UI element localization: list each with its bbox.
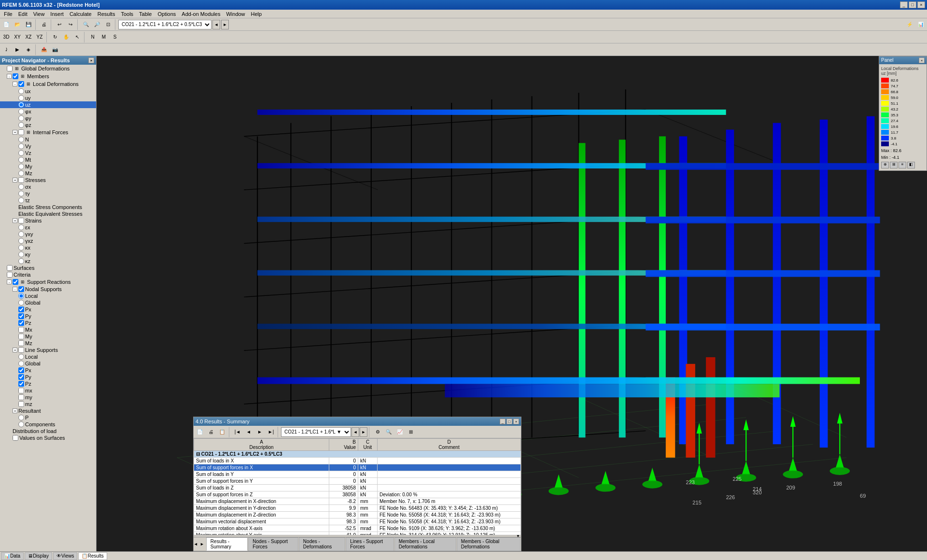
ky-radio[interactable] <box>18 252 24 257</box>
nav-phiy[interactable]: φy <box>0 115 96 122</box>
Px2-checkbox[interactable] <box>18 367 24 373</box>
results-table-button[interactable]: ⊞ <box>406 427 416 437</box>
results-button[interactable]: 📊 <box>915 19 926 30</box>
table-row[interactable]: Sum of loads in Y 0 kN <box>194 471 521 478</box>
global-sup-radio[interactable] <box>18 300 24 306</box>
minimize-button[interactable]: _ <box>900 1 908 8</box>
nav-criteria[interactable]: Criteria <box>0 271 96 278</box>
phiz-radio[interactable] <box>18 122 24 128</box>
undo-button[interactable]: ↩ <box>54 19 65 30</box>
nav-elastic-equiv[interactable]: Elastic Equivalent Stresses <box>0 210 96 217</box>
tab-nav-prev[interactable]: ◄ <box>194 537 198 551</box>
export-button[interactable]: 📤 <box>39 44 49 55</box>
animation-button[interactable]: ▶ <box>12 44 23 55</box>
nodal-sup-expand-icon[interactable]: - <box>13 287 17 292</box>
nav-gamxz[interactable]: γxz <box>0 238 96 244</box>
table-row[interactable]: Sum of loads in X 0 kN <box>194 458 521 464</box>
Py-checkbox[interactable] <box>18 313 24 319</box>
nav-phiz[interactable]: φz <box>0 122 96 128</box>
nav-members[interactable]: - ⊞ Members <box>0 72 96 80</box>
view-3d-button[interactable]: 3D <box>1 32 12 42</box>
results-table-container[interactable]: ADescription BValue CUnit DComment ⊟ CO2… <box>194 438 521 535</box>
ux-radio[interactable] <box>18 88 24 94</box>
nav-ky[interactable]: κy <box>0 251 96 258</box>
menu-file[interactable]: File <box>1 11 15 17</box>
menu-view[interactable]: View <box>30 11 48 17</box>
results-minimize-button[interactable]: _ <box>500 419 506 424</box>
phix-radio[interactable] <box>18 109 24 114</box>
strains-checkbox[interactable] <box>18 218 24 224</box>
menu-calculate[interactable]: Calculate <box>67 11 95 17</box>
nav-global-sup[interactable]: Global <box>0 299 96 306</box>
results-next-load-btn[interactable]: ► <box>360 427 367 437</box>
Vz-radio[interactable] <box>18 150 24 156</box>
values-surfaces-checkbox[interactable] <box>13 435 18 441</box>
nav-Pz[interactable]: Pz <box>0 320 96 326</box>
results-print-button[interactable]: 🖨 <box>206 427 216 437</box>
local-def-expand-icon[interactable]: - <box>13 82 17 86</box>
save-button[interactable]: 💾 <box>23 19 34 30</box>
view-yz-button[interactable]: YZ <box>34 32 45 42</box>
surface-numbers-button[interactable]: S <box>110 32 120 42</box>
tab-views[interactable]: 👁 Views <box>53 552 78 560</box>
tauz-radio[interactable] <box>18 197 24 203</box>
table-row[interactable]: Sum of support forces in Y 0 kN <box>194 478 521 485</box>
prev-load-button[interactable]: ◄ <box>212 20 220 29</box>
My-radio[interactable] <box>18 164 24 169</box>
Vy-radio[interactable] <box>18 143 24 149</box>
nav-Mx2[interactable]: Mx <box>0 326 96 333</box>
mz-checkbox[interactable] <box>18 401 24 407</box>
Mt-radio[interactable] <box>18 157 24 163</box>
nav-Vz[interactable]: Vz <box>0 150 96 156</box>
nav-Vy[interactable]: Vy <box>0 143 96 150</box>
local-def-checkbox[interactable] <box>18 81 24 87</box>
nav-My[interactable]: My <box>0 163 96 170</box>
nav-N[interactable]: N <box>0 136 96 143</box>
nav-mz[interactable]: mz <box>0 401 96 407</box>
Px-checkbox[interactable] <box>18 307 24 312</box>
results-export-button[interactable]: 📄 <box>195 427 205 437</box>
epsx-radio[interactable] <box>18 224 24 230</box>
nav-surfaces[interactable]: Surfaces <box>0 265 96 271</box>
nav-my[interactable]: my <box>0 394 96 401</box>
menu-insert[interactable]: Insert <box>47 11 67 17</box>
results-maximize-button[interactable]: □ <box>506 419 512 424</box>
nav-resultant[interactable]: + Resultant <box>0 407 96 414</box>
zoom-all-button[interactable]: ⊡ <box>103 19 113 30</box>
gamxy-radio[interactable] <box>18 231 24 237</box>
line-sup-expand-icon[interactable]: + <box>13 348 17 352</box>
results-close-button[interactable]: × <box>513 419 519 424</box>
kz-radio[interactable] <box>18 258 24 264</box>
line-sup-checkbox[interactable] <box>18 347 24 353</box>
menu-results[interactable]: Results <box>95 11 118 17</box>
nav-Px2[interactable]: Px <box>0 367 96 374</box>
kx-radio[interactable] <box>18 245 24 251</box>
Mz-radio[interactable] <box>18 170 24 176</box>
table-row[interactable]: Maximum displacement in Z-direction 98.3… <box>194 512 521 518</box>
tab-results-summary[interactable]: Results - Summary <box>206 537 248 551</box>
pan-button[interactable]: ✋ <box>61 32 71 42</box>
nav-strains[interactable]: + Strains <box>0 217 96 224</box>
stresses-checkbox[interactable] <box>18 177 24 183</box>
line-local-radio[interactable] <box>18 354 24 360</box>
results-chart-button[interactable]: 📈 <box>394 427 405 437</box>
nav-Px[interactable]: Px <box>0 306 96 313</box>
nav-stresses[interactable]: + Stresses <box>0 177 96 183</box>
int-forces-checkbox[interactable] <box>18 129 24 135</box>
results-prev-button[interactable]: ◄ <box>243 427 254 437</box>
nodal-sup-checkbox[interactable] <box>18 286 24 292</box>
legend-btn-2[interactable]: ⊞ <box>890 162 898 168</box>
nav-mx[interactable]: mx <box>0 387 96 394</box>
Pz-checkbox[interactable] <box>18 320 24 326</box>
node-numbers-button[interactable]: N <box>87 32 98 42</box>
Py2-checkbox[interactable] <box>18 374 24 380</box>
table-row[interactable]: Maximum displacement in Y-direction 9.9 … <box>194 505 521 512</box>
my-checkbox[interactable] <box>18 394 24 400</box>
tab-members-local-def[interactable]: Members - Local Deformations <box>394 537 456 551</box>
gamxz-radio[interactable] <box>18 238 24 244</box>
close-button[interactable]: × <box>917 1 925 8</box>
nav-phix[interactable]: φx <box>0 108 96 115</box>
global-deformations-checkbox[interactable] <box>7 66 13 71</box>
calculate-button[interactable]: ⚡ <box>904 19 915 30</box>
menu-tools[interactable]: Tools <box>118 11 136 17</box>
